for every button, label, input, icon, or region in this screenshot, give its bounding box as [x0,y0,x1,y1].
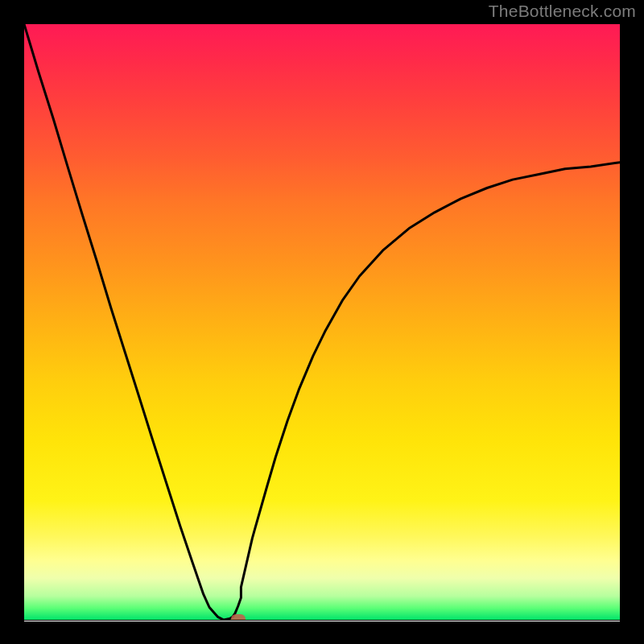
bottleneck-curve-path [24,24,620,620]
chart-frame: TheBottleneck.com [0,0,644,644]
optimal-point-marker [231,614,246,620]
bottleneck-curve [24,24,620,620]
bottom-border-highlight [24,621,620,621]
plot-area [24,24,620,620]
watermark-text: TheBottleneck.com [489,2,636,21]
